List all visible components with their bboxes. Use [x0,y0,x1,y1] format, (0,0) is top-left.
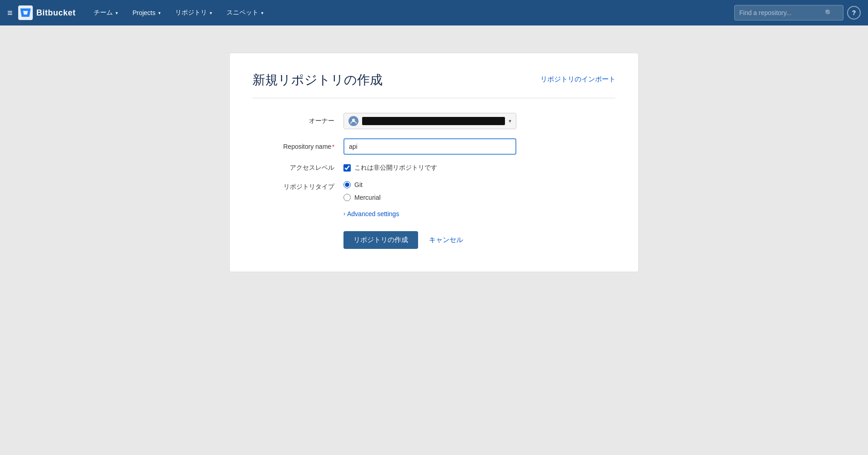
submit-button[interactable]: リポジトリの作成 [343,231,418,249]
owner-dropdown-caret-icon: ▾ [509,118,511,124]
help-button[interactable]: ? [847,6,861,20]
create-repository-card: 新規リポジトリの作成 リポジトリのインポート オーナー ▾ [229,53,639,272]
snippets-caret-icon: ▾ [261,10,263,15]
user-icon [350,118,357,124]
logo-link[interactable]: Bitbucket [18,5,76,20]
owner-row: オーナー ▾ [252,113,616,129]
form-buttons: リポジトリの作成 キャンセル [252,231,616,249]
nav-item-snippets[interactable]: スニペット ▾ [219,0,271,25]
advanced-settings-label: Advanced settings [347,210,399,217]
radio-mercurial[interactable] [343,194,351,201]
repo-type-label: リポジトリタイプ [252,181,343,191]
find-repository-search[interactable]: 🔍 [734,5,843,20]
owner-name-redacted [362,117,505,125]
brand-name: Bitbucket [36,8,76,18]
cancel-button[interactable]: キャンセル [425,231,467,249]
repo-type-options: Git Mercurial [343,181,381,201]
nav-item-team[interactable]: チーム ▾ [86,0,125,25]
main-nav: チーム ▾ Projects ▾ リポジトリ ▾ スニペット ▾ [86,0,734,25]
page-content: 新規リポジトリの作成 リポジトリのインポート オーナー ▾ [0,25,868,455]
chevron-right-icon: › [343,211,345,217]
private-repo-text: これは非公開リポジトリです [354,164,437,172]
repo-type-row: リポジトリタイプ Git Mercurial [252,181,616,201]
owner-avatar [348,116,358,126]
radio-git-label: Git [354,181,363,188]
bitbucket-logo-icon [18,5,33,20]
nav-item-projects[interactable]: Projects ▾ [125,0,168,25]
owner-label: オーナー [252,117,343,125]
team-caret-icon: ▾ [116,10,118,15]
page-title: 新規リポジトリの作成 [252,71,383,89]
radio-git[interactable] [343,181,351,188]
access-level-row: アクセスレベル これは非公開リポジトリです [252,164,616,172]
repo-name-row: Repository name [252,138,616,155]
advanced-settings-row: › Advanced settings [252,210,616,217]
svg-point-1 [352,119,355,121]
hamburger-icon[interactable]: ≡ [7,8,13,18]
import-repository-link[interactable]: リポジトリのインポート [540,71,616,84]
repo-name-label: Repository name [252,143,343,150]
form-header: 新規リポジトリの作成 リポジトリのインポート [252,71,616,89]
repositories-caret-icon: ▾ [210,10,212,15]
nav-item-repositories[interactable]: リポジトリ ▾ [168,0,219,25]
navbar: ≡ Bitbucket チーム ▾ Projects ▾ リポジトリ ▾ スニペ… [0,0,868,25]
radio-option-mercurial[interactable]: Mercurial [343,194,381,201]
header-divider [252,98,616,98]
owner-select[interactable]: ▾ [343,113,516,129]
svg-rect-0 [18,5,33,20]
repo-name-input[interactable] [343,138,516,155]
private-repo-checkbox[interactable] [343,164,351,172]
advanced-settings-link[interactable]: › Advanced settings [343,210,399,217]
projects-caret-icon: ▾ [158,10,161,15]
access-level-label: アクセスレベル [252,164,343,172]
find-repository-input[interactable] [739,9,821,16]
search-icon: 🔍 [825,9,833,16]
radio-option-git[interactable]: Git [343,181,381,188]
radio-mercurial-label: Mercurial [354,194,381,201]
navbar-right: 🔍 ? [734,5,861,20]
